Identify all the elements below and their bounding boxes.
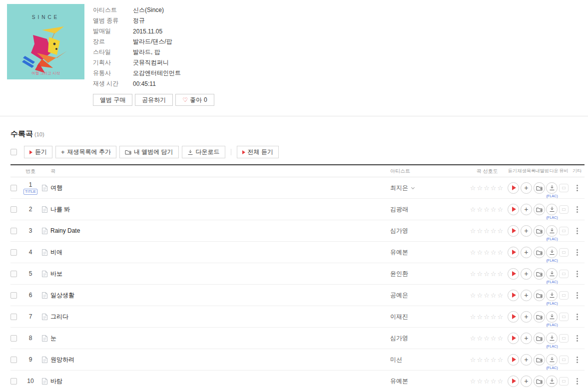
track-artist-link[interactable]: 이재진 xyxy=(390,313,408,320)
track-add-playlist-button[interactable]: + xyxy=(521,354,532,366)
song-rating-stars[interactable]: ☆☆☆☆☆ xyxy=(470,184,504,192)
track-more-menu-button[interactable] xyxy=(575,333,580,344)
track-play-button[interactable] xyxy=(508,376,519,387)
track-play-button[interactable] xyxy=(508,204,519,215)
track-checkbox[interactable] xyxy=(10,206,17,213)
listen-selected-button[interactable]: 듣기 xyxy=(24,146,52,158)
track-add-playlist-button[interactable]: + xyxy=(521,247,532,258)
track-artist-link[interactable]: 최지은 xyxy=(390,184,408,191)
song-rating-stars[interactable]: ☆☆☆☆☆ xyxy=(470,378,504,385)
track-add-my-album-button[interactable] xyxy=(534,290,545,301)
buy-album-button[interactable]: 앨범 구매 xyxy=(93,94,132,106)
track-title-link[interactable]: 바보 xyxy=(50,270,62,277)
lyrics-doc-icon[interactable] xyxy=(41,292,48,299)
track-add-my-album-button[interactable] xyxy=(534,225,545,237)
track-add-playlist-button[interactable]: + xyxy=(521,225,532,237)
track-add-my-album-button[interactable] xyxy=(534,333,545,344)
track-artist-link[interactable]: 심가영 xyxy=(390,227,408,234)
track-more-menu-button[interactable] xyxy=(575,183,580,193)
track-download-button[interactable] xyxy=(546,311,558,323)
song-rating-stars[interactable]: ☆☆☆☆☆ xyxy=(470,292,504,299)
track-download-button[interactable] xyxy=(546,333,558,344)
song-rating-stars[interactable]: ☆☆☆☆☆ xyxy=(470,335,504,342)
track-artist-link[interactable]: 심가영 xyxy=(390,335,408,342)
track-title-link[interactable]: 비애 xyxy=(50,249,62,256)
lyrics-doc-icon[interactable] xyxy=(41,335,48,342)
lyrics-doc-icon[interactable] xyxy=(41,356,48,364)
track-download-button[interactable] xyxy=(546,247,558,258)
track-checkbox[interactable] xyxy=(10,228,17,234)
track-add-playlist-button[interactable]: + xyxy=(521,204,532,215)
track-title-link[interactable]: 원망하려 xyxy=(50,356,74,363)
track-more-menu-button[interactable] xyxy=(575,269,580,279)
track-checkbox[interactable] xyxy=(10,357,17,363)
track-play-button[interactable] xyxy=(508,333,519,344)
track-more-menu-button[interactable] xyxy=(575,247,580,258)
track-add-my-album-button[interactable] xyxy=(534,268,545,280)
song-rating-stars[interactable]: ☆☆☆☆☆ xyxy=(470,313,504,321)
track-checkbox[interactable] xyxy=(10,271,17,277)
track-download-button[interactable] xyxy=(546,182,558,194)
track-more-menu-button[interactable] xyxy=(575,376,580,387)
track-more-menu-button[interactable] xyxy=(575,312,580,322)
track-more-menu-button[interactable] xyxy=(575,226,580,236)
track-title-link[interactable]: 일상생활 xyxy=(50,292,74,299)
song-rating-stars[interactable]: ☆☆☆☆☆ xyxy=(470,227,504,235)
lyrics-doc-icon[interactable] xyxy=(41,227,48,235)
track-artist-link[interactable]: 유예본 xyxy=(390,378,408,385)
track-play-button[interactable] xyxy=(508,311,519,323)
track-checkbox[interactable] xyxy=(10,378,17,385)
track-more-menu-button[interactable] xyxy=(575,290,580,301)
song-rating-stars[interactable]: ☆☆☆☆☆ xyxy=(470,270,504,278)
track-title-link[interactable]: 여행 xyxy=(50,184,62,191)
track-add-playlist-button[interactable]: + xyxy=(521,376,532,387)
track-artist-link[interactable]: 공예은 xyxy=(390,292,408,299)
track-play-button[interactable] xyxy=(508,354,519,366)
track-download-button[interactable] xyxy=(546,268,558,280)
share-button[interactable]: 공유하기 xyxy=(135,94,173,106)
artist-expand-icon[interactable] xyxy=(411,185,415,189)
song-rating-stars[interactable]: ☆☆☆☆☆ xyxy=(470,356,504,364)
download-selected-button[interactable]: 다운로드 xyxy=(182,146,225,158)
song-rating-stars[interactable]: ☆☆☆☆☆ xyxy=(470,249,504,256)
lyrics-doc-icon[interactable] xyxy=(41,184,48,192)
track-add-playlist-button[interactable]: + xyxy=(521,290,532,301)
track-checkbox[interactable] xyxy=(10,185,17,191)
like-button[interactable]: ♡ 좋아 0 xyxy=(175,94,214,106)
track-artist-link[interactable]: 유예본 xyxy=(390,249,408,256)
lyrics-doc-icon[interactable] xyxy=(41,313,48,321)
track-add-playlist-button[interactable]: + xyxy=(521,182,532,194)
track-download-button[interactable] xyxy=(546,204,558,215)
track-checkbox[interactable] xyxy=(10,292,17,299)
track-checkbox[interactable] xyxy=(10,335,17,342)
track-artist-link[interactable]: 윤인환 xyxy=(390,270,408,277)
track-download-button[interactable] xyxy=(546,354,558,366)
track-play-button[interactable] xyxy=(508,225,519,237)
track-play-button[interactable] xyxy=(508,268,519,280)
track-download-button[interactable] xyxy=(546,376,558,387)
listen-all-button[interactable]: 전체 듣기 xyxy=(237,146,279,158)
lyrics-doc-icon[interactable] xyxy=(41,270,48,278)
track-download-button[interactable] xyxy=(546,225,558,237)
lyrics-doc-icon[interactable] xyxy=(41,249,48,256)
lyrics-doc-icon[interactable] xyxy=(41,206,48,213)
track-add-my-album-button[interactable] xyxy=(534,247,545,258)
track-add-my-album-button[interactable] xyxy=(534,204,545,215)
album-cover-art[interactable]: SINCE 여행 그리고 시작 xyxy=(7,4,84,79)
track-add-my-album-button[interactable] xyxy=(534,311,545,323)
track-title-link[interactable]: 그리다 xyxy=(50,313,68,320)
track-title-link[interactable]: Rainy Date xyxy=(50,227,80,234)
track-add-my-album-button[interactable] xyxy=(534,182,545,194)
track-title-link[interactable]: 바람 xyxy=(50,378,62,385)
track-artist-link[interactable]: 미선 xyxy=(390,356,402,363)
track-play-button[interactable] xyxy=(508,290,519,301)
album-artist-link[interactable]: 신스(Since) xyxy=(133,6,164,14)
song-rating-stars[interactable]: ☆☆☆☆☆ xyxy=(470,206,504,213)
track-play-button[interactable] xyxy=(508,247,519,258)
select-all-checkbox[interactable] xyxy=(10,149,17,155)
track-add-playlist-button[interactable]: + xyxy=(521,268,532,280)
add-to-playlist-button[interactable]: + 재생목록에 추가 xyxy=(55,146,116,158)
track-add-playlist-button[interactable]: + xyxy=(521,333,532,344)
track-checkbox[interactable] xyxy=(10,314,17,320)
add-to-my-album-button[interactable]: 내 앨범에 담기 xyxy=(119,146,179,158)
